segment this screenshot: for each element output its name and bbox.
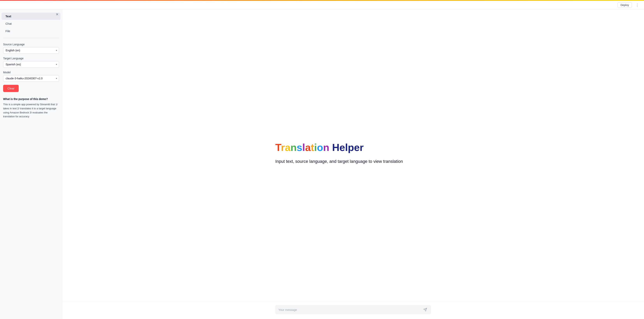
deploy-button[interactable]: Deploy bbox=[618, 2, 632, 8]
close-icon: ✕ bbox=[56, 12, 58, 16]
send-icon bbox=[423, 308, 427, 312]
source-language-select-wrapper: English (en) Spanish (es) French (fr) Ge… bbox=[3, 47, 59, 54]
app-container: ✕ Text Chat File Source Language English bbox=[0, 0, 644, 319]
title-char-t2: t bbox=[311, 142, 314, 153]
app-subtitle: Input text, source language, and target … bbox=[275, 158, 412, 165]
target-language-select-wrapper: Spanish (es) English (en) French (fr) Ge… bbox=[3, 61, 59, 68]
title-char-n: n bbox=[290, 142, 297, 153]
title-char-s: s bbox=[297, 142, 302, 153]
header-bar: Deploy ⋮ bbox=[0, 1, 644, 9]
sidebar-divider bbox=[3, 38, 59, 38]
title-char-l: l bbox=[302, 142, 305, 153]
main-content: Translation Helper Input text, source la… bbox=[62, 9, 644, 319]
title-char-n2: n bbox=[323, 142, 330, 153]
title-char-i: i bbox=[314, 142, 317, 153]
model-group: Model claude-3-haiku-20240307-v1:0 claud… bbox=[3, 71, 59, 82]
demo-title: What is the purpose of this demo? bbox=[3, 97, 59, 101]
chat-input-wrapper bbox=[275, 305, 431, 314]
title-container: Translation Helper Input text, source la… bbox=[275, 142, 431, 165]
model-select[interactable]: claude-3-haiku-20240307-v1:0 claude-3-so… bbox=[3, 75, 59, 82]
sidebar-controls: Source Language English (en) Spanish (es… bbox=[0, 40, 62, 95]
sidebar-item-text[interactable]: Text bbox=[2, 13, 60, 20]
sidebar-item-file[interactable]: File bbox=[2, 27, 60, 35]
demo-section: What is the purpose of this demo? This i… bbox=[0, 95, 62, 123]
model-label: Model bbox=[3, 71, 59, 74]
title-char-T: T bbox=[275, 142, 281, 153]
send-button[interactable] bbox=[422, 307, 428, 313]
top-gradient-bar bbox=[0, 0, 644, 1]
title-helper: Helper bbox=[332, 142, 364, 153]
content-area: Translation Helper Input text, source la… bbox=[62, 9, 644, 302]
target-language-label: Target Language bbox=[3, 57, 59, 60]
title-char-a2: a bbox=[305, 142, 311, 153]
sidebar-nav: Text Chat File bbox=[0, 9, 62, 36]
title-char-a: a bbox=[285, 142, 290, 153]
target-language-select[interactable]: Spanish (es) English (en) French (fr) Ge… bbox=[3, 61, 59, 68]
source-language-label: Source Language bbox=[3, 43, 59, 46]
title-translation: Translation bbox=[275, 142, 332, 153]
target-language-group: Target Language Spanish (es) English (en… bbox=[3, 57, 59, 68]
sidebar: ✕ Text Chat File Source Language English bbox=[0, 9, 62, 319]
chat-input[interactable] bbox=[278, 308, 420, 312]
title-char-r: r bbox=[281, 142, 285, 153]
clear-button[interactable]: Clear bbox=[3, 85, 19, 92]
model-select-wrapper: claude-3-haiku-20240307-v1:0 claude-3-so… bbox=[3, 75, 59, 82]
source-language-group: Source Language English (en) Spanish (es… bbox=[3, 43, 59, 54]
source-language-select[interactable]: English (en) Spanish (es) French (fr) Ge… bbox=[3, 47, 59, 54]
close-sidebar-button[interactable]: ✕ bbox=[54, 12, 60, 17]
demo-description: This is a simple app powered by Streamli… bbox=[3, 102, 59, 119]
sidebar-item-chat[interactable]: Chat bbox=[2, 20, 60, 27]
chat-input-area bbox=[62, 302, 644, 319]
menu-button[interactable]: ⋮ bbox=[634, 2, 640, 8]
app-title: Translation Helper bbox=[275, 142, 431, 153]
title-char-o: o bbox=[317, 142, 323, 153]
